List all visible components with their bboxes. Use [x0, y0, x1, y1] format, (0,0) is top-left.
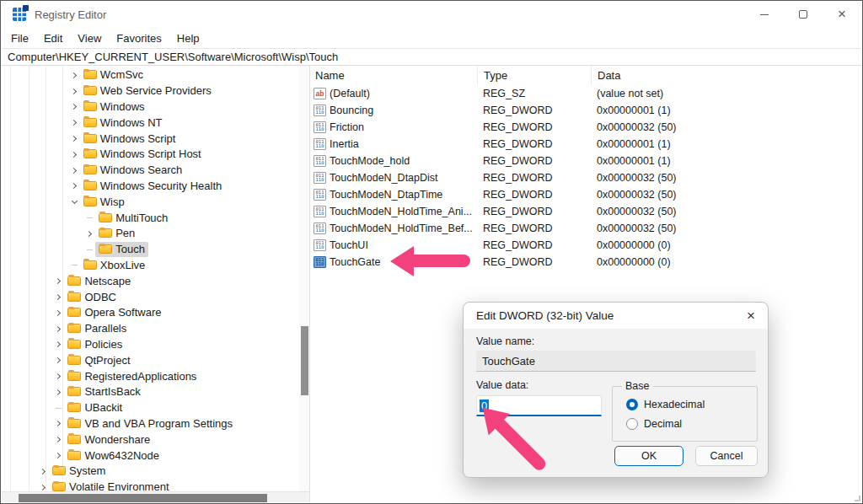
resize-grip[interactable]: [855, 496, 860, 501]
cancel-button[interactable]: Cancel: [695, 446, 758, 466]
radio-selected-icon[interactable]: [626, 399, 638, 410]
value-data-input[interactable]: 0: [476, 395, 602, 416]
chevron-right-icon[interactable]: [69, 117, 80, 128]
tree-item-volatile-environment[interactable]: Volatile Environment: [2, 480, 299, 491]
dword-value-icon: 011110: [314, 239, 326, 251]
dialog-close-button[interactable]: ×: [734, 303, 768, 329]
menu-view[interactable]: View: [70, 30, 109, 46]
chevron-right-icon[interactable]: [38, 466, 49, 477]
tree-item-label: Web Service Providers: [100, 84, 212, 97]
value-row-touchgate[interactable]: 011110TouchGateREG_DWORD0x00000000 (0): [310, 254, 861, 271]
menu-file[interactable]: File: [3, 30, 36, 46]
tree-item-label: Parallels: [84, 322, 126, 335]
value-row-inertia[interactable]: 011110InertiaREG_DWORD0x00000001 (1): [310, 136, 861, 153]
tree-horizontal-scrollbar-thumb[interactable]: [19, 494, 267, 502]
value-name-text: TouchGate: [330, 256, 380, 268]
column-header-data[interactable]: Data: [591, 66, 861, 85]
chevron-right-icon[interactable]: [53, 434, 64, 445]
decimal-radio-row[interactable]: Decimal: [626, 418, 682, 430]
value-row-bouncing[interactable]: 011110BouncingREG_DWORD0x00000001 (1): [310, 102, 861, 119]
chevron-right-icon[interactable]: [53, 292, 64, 303]
hexadecimal-radio-row[interactable]: Hexadecimal: [626, 399, 705, 410]
menu-help[interactable]: Help: [169, 30, 207, 46]
value-row-touchmoden-dtapdist[interactable]: 011110TouchModeN_DtapDistREG_DWORD0x0000…: [310, 169, 861, 186]
folder-icon: [67, 292, 81, 302]
tree-item-netscape[interactable]: Netscape: [2, 273, 299, 289]
chevron-right-icon[interactable]: [53, 355, 64, 366]
chevron-right-icon[interactable]: [53, 276, 64, 287]
tree-vertical-scrollbar[interactable]: [299, 66, 309, 491]
chevron-right-icon[interactable]: [53, 324, 64, 335]
tree-item-vb-and-vba-program-settings[interactable]: VB and VBA Program Settings: [2, 416, 299, 432]
value-row-default[interactable]: ab(Default)REG_SZ(value not set): [310, 85, 861, 102]
tree-line-stub: [84, 212, 95, 223]
chevron-right-icon[interactable]: [53, 387, 64, 398]
chevron-right-icon[interactable]: [53, 371, 64, 382]
tree-item-opera-software[interactable]: Opera Software: [2, 305, 299, 321]
tree-item-wondershare[interactable]: Wondershare: [2, 432, 299, 448]
value-row-touchmoden-dtaptime[interactable]: 011110TouchModeN_DtapTimeREG_DWORD0x0000…: [310, 186, 861, 203]
chevron-down-icon[interactable]: [69, 196, 80, 207]
ok-button[interactable]: OK: [614, 446, 683, 466]
tree-horizontal-scrollbar[interactable]: [2, 491, 309, 502]
tree-item-registeredapplications[interactable]: RegisteredApplications: [2, 368, 299, 384]
tree-item-windows-nt[interactable]: Windows NT: [2, 115, 299, 131]
tree-item-windows-security-health[interactable]: Windows Security Health: [2, 179, 299, 195]
chevron-right-icon[interactable]: [53, 339, 64, 350]
value-row-touchmoden-holdtime-bef[interactable]: 011110TouchModeN_HoldTime_Bef...REG_DWOR…: [310, 220, 861, 237]
dword-value-icon: 011110: [314, 223, 326, 234]
chevron-right-icon[interactable]: [69, 101, 80, 112]
tree-item-label: Windows NT: [100, 116, 163, 129]
menu-favorites[interactable]: Favorites: [109, 30, 169, 46]
tree-item-content: Windows Script: [80, 131, 180, 147]
tree-item-odbc[interactable]: ODBC: [2, 289, 299, 305]
tree-vertical-scrollbar-thumb[interactable]: [301, 326, 308, 395]
tree-item-xboxlive[interactable]: XboxLive: [2, 258, 299, 274]
chevron-right-icon[interactable]: [69, 180, 80, 191]
tree-item-wisp[interactable]: Wisp: [2, 194, 299, 210]
chevron-right-icon[interactable]: [53, 308, 64, 319]
tree-item-wow6432node[interactable]: Wow6432Node: [2, 448, 299, 464]
column-header-name[interactable]: Name: [310, 66, 477, 85]
tree-item-windows[interactable]: Windows: [2, 99, 299, 115]
tree-item-ubackit[interactable]: UBackit: [2, 400, 299, 416]
folder-icon: [67, 372, 81, 381]
chevron-right-icon[interactable]: [53, 450, 64, 461]
address-bar[interactable]: Computer\HKEY_CURRENT_USER\Software\Micr…: [2, 48, 861, 66]
value-data-cell: 0x00000032 (50): [591, 223, 861, 234]
tree-item-web-service-providers[interactable]: Web Service Providers: [2, 83, 299, 99]
tree-item-multitouch[interactable]: MultiTouch: [2, 210, 299, 226]
column-header-type[interactable]: Type: [477, 66, 591, 85]
chevron-right-icon[interactable]: [84, 228, 95, 239]
menu-edit[interactable]: Edit: [36, 30, 70, 46]
tree-item-windows-script[interactable]: Windows Script: [2, 131, 299, 147]
value-row-touchmode-hold[interactable]: 011110TouchMode_holdREG_DWORD0x00000001 …: [310, 153, 861, 169]
tree-item-qtproject[interactable]: QtProject: [2, 352, 299, 368]
tree-item-policies[interactable]: Policies: [2, 337, 299, 353]
registry-tree-pane: WcmSvcWeb Service ProvidersWindowsWindow…: [2, 66, 310, 502]
chevron-right-icon[interactable]: [69, 133, 80, 144]
value-row-touchui[interactable]: 011110TouchUIREG_DWORD0x00000000 (0): [310, 237, 861, 254]
base-group: [612, 386, 758, 442]
tree-item-pen[interactable]: Pen: [2, 226, 299, 242]
chevron-right-icon[interactable]: [38, 482, 49, 491]
chevron-right-icon[interactable]: [69, 165, 80, 176]
tree-item-touch[interactable]: Touch: [2, 242, 299, 258]
chevron-right-icon[interactable]: [69, 149, 80, 160]
radio-unselected-icon[interactable]: [626, 418, 638, 430]
close-button[interactable]: ×: [823, 1, 861, 28]
value-row-friction[interactable]: 011110FrictionREG_DWORD0x00000032 (50): [310, 119, 861, 136]
value-row-touchmoden-holdtime-ani[interactable]: 011110TouchModeN_HoldTime_Ani...REG_DWOR…: [310, 203, 861, 220]
maximize-button[interactable]: [784, 1, 823, 28]
tree-item-windows-search[interactable]: Windows Search: [2, 163, 299, 179]
tree-item-windows-script-host[interactable]: Windows Script Host: [2, 147, 299, 163]
tree-item-wcmsvc[interactable]: WcmSvc: [2, 67, 299, 83]
tree-item-startisback[interactable]: StartIsBack: [2, 384, 299, 400]
minimize-button[interactable]: [745, 1, 784, 28]
tree-item-parallels[interactable]: Parallels: [2, 321, 299, 337]
tree-item-system[interactable]: System: [2, 464, 299, 480]
chevron-right-icon[interactable]: [69, 86, 80, 97]
chevron-right-icon[interactable]: [69, 70, 80, 81]
chevron-right-icon[interactable]: [53, 418, 64, 429]
selected-text: 0: [480, 399, 489, 412]
